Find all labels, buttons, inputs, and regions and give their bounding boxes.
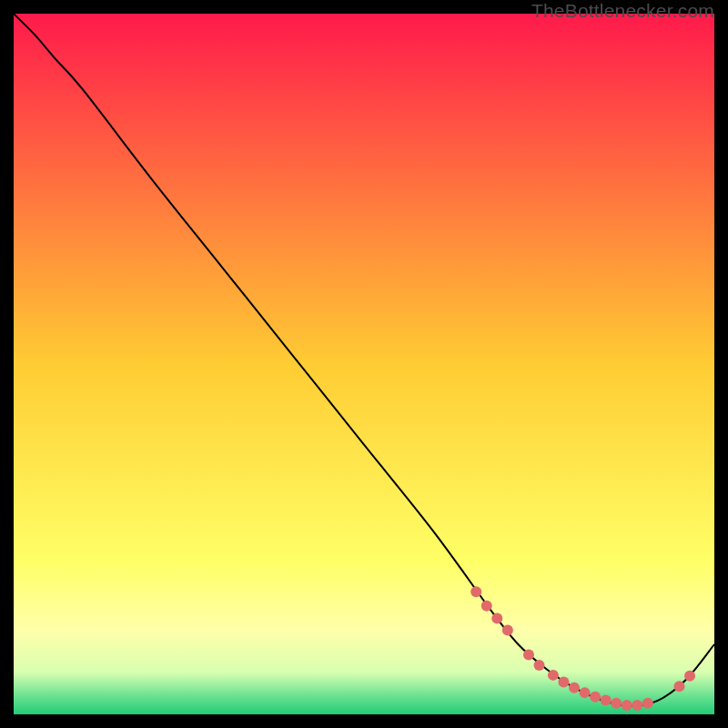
data-marker [590, 692, 601, 703]
data-marker [502, 625, 513, 636]
data-marker [611, 698, 622, 709]
data-marker [470, 586, 481, 597]
chart-frame [14, 14, 714, 714]
bottleneck-chart [14, 14, 714, 714]
data-marker [674, 681, 685, 692]
data-marker [632, 700, 642, 711]
data-marker [548, 670, 559, 681]
data-marker [580, 687, 591, 698]
data-marker [481, 601, 492, 612]
data-marker [491, 613, 502, 624]
watermark-text: TheBottlenecker.com [531, 0, 714, 22]
data-marker [601, 695, 612, 706]
data-marker [558, 677, 569, 688]
data-marker [569, 682, 580, 693]
chart-background [14, 14, 714, 714]
data-marker [523, 650, 534, 661]
data-marker [684, 671, 695, 682]
data-marker [642, 698, 653, 709]
data-marker [622, 700, 632, 711]
data-marker [534, 660, 545, 671]
